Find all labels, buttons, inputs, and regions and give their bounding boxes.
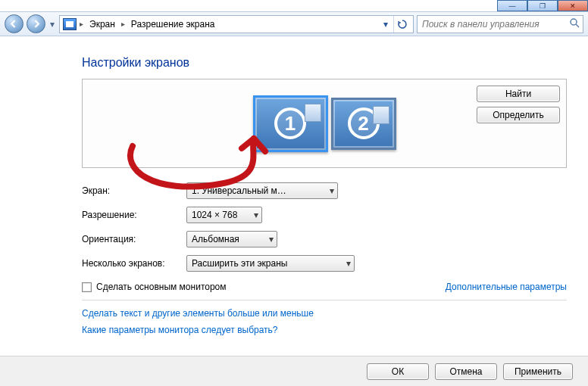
- chevron-right-icon: ▸: [78, 20, 85, 28]
- chevron-down-icon: ▾: [346, 258, 351, 269]
- orientation-combo-value: Альбомная: [192, 234, 264, 244]
- resolution-combo-value: 1024 × 768: [192, 210, 249, 220]
- forward-button[interactable]: [27, 14, 45, 33]
- search-icon: [569, 17, 580, 30]
- breadcrumb-dropdown[interactable]: ▾: [380, 19, 392, 30]
- minimize-button[interactable]: —: [497, 0, 527, 11]
- identify-button[interactable]: Определить: [477, 107, 560, 123]
- display-combo[interactable]: 1. Универсальный м… ▾: [186, 182, 338, 199]
- apply-button[interactable]: Применить: [503, 363, 573, 380]
- chevron-down-icon: ▾: [269, 234, 274, 244]
- primary-monitor-checkbox[interactable]: [82, 282, 92, 292]
- advanced-settings-link[interactable]: Дополнительные параметры: [446, 282, 567, 292]
- navbar: ▾ ▸ Экран ▸ Разрешение экрана ▾: [0, 11, 588, 36]
- monitor-2[interactable]: 2: [331, 98, 396, 150]
- which-monitor-link[interactable]: Какие параметры монитора следует выбрать…: [82, 325, 567, 335]
- multidisplay-label: Несколько экранов:: [82, 258, 186, 269]
- maximize-button[interactable]: ❐: [527, 0, 558, 11]
- content-area: Настройки экранов 1 2 Найти Определить Э…: [0, 36, 588, 356]
- resolution-combo[interactable]: 1024 × 768 ▾: [186, 207, 262, 223]
- orientation-combo[interactable]: Альбомная ▾: [186, 231, 277, 247]
- primary-monitor-checkbox-label: Сделать основным монитором: [96, 282, 227, 292]
- svg-line-1: [576, 24, 579, 27]
- breadcrumb[interactable]: ▸ Экран ▸ Разрешение экрана ▾: [59, 15, 414, 33]
- breadcrumb-segment[interactable]: Разрешение экрана: [128, 19, 218, 30]
- arrow-left-icon: [10, 20, 18, 28]
- back-button[interactable]: [5, 14, 23, 33]
- multidisplay-combo-value: Расширить эти экраны: [192, 258, 342, 269]
- search-box[interactable]: [417, 15, 583, 33]
- page-title: Настройки экранов: [82, 56, 567, 70]
- resolution-label: Разрешение:: [82, 210, 186, 220]
- chevron-right-icon: ▸: [120, 20, 127, 28]
- cancel-button[interactable]: Отмена: [435, 363, 497, 380]
- close-button[interactable]: ✕: [558, 0, 588, 11]
- ok-button[interactable]: ОК: [367, 363, 429, 380]
- search-input[interactable]: [421, 18, 569, 30]
- settings-form: Экран: 1. Универсальный м… ▾ Разрешение:…: [82, 179, 567, 275]
- divider: [82, 300, 567, 300]
- refresh-icon: [397, 19, 408, 30]
- window-controls: — ❐ ✕: [497, 0, 588, 11]
- displays-preview-box: 1 2 Найти Определить: [82, 79, 567, 168]
- monitor-1[interactable]: 1: [253, 95, 328, 152]
- control-panel-icon: [63, 18, 77, 30]
- dialog-footer: ОК Отмена Применить: [0, 356, 588, 386]
- text-size-link[interactable]: Сделать текст и другие элементы больше и…: [82, 308, 567, 319]
- display-label: Экран:: [82, 185, 186, 196]
- arrow-right-icon: [32, 20, 40, 28]
- refresh-button[interactable]: [393, 16, 410, 33]
- multidisplay-combo[interactable]: Расширить эти экраны ▾: [186, 255, 355, 272]
- monitor-mini-window-icon: [305, 104, 321, 122]
- find-button[interactable]: Найти: [477, 86, 560, 102]
- chevron-down-icon: ▾: [254, 210, 258, 220]
- chevron-down-icon: ▾: [330, 185, 334, 196]
- monitor-number: 1: [274, 107, 306, 139]
- svg-point-0: [571, 19, 577, 25]
- orientation-label: Ориентация:: [82, 234, 186, 244]
- monitor-mini-window-icon: [373, 106, 389, 124]
- history-dropdown[interactable]: ▾: [48, 14, 56, 33]
- display-combo-value: 1. Универсальный м…: [192, 185, 325, 196]
- breadcrumb-segment[interactable]: Экран: [86, 19, 118, 30]
